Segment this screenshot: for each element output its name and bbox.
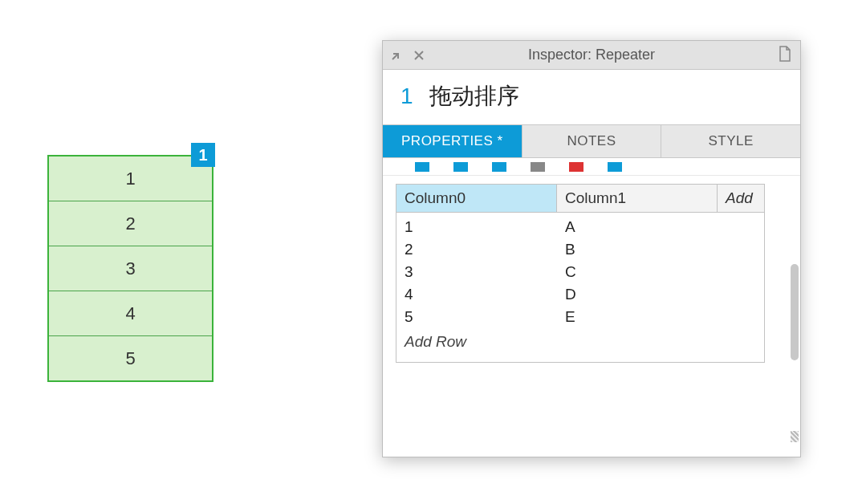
inspector-panel: Inspector: Repeater 1 拖动排序 PROPERTIES * … xyxy=(382,40,801,457)
repeater-dataset-grid[interactable]: Column0 Column1 Add 1 A 2 B 3 C 4 xyxy=(396,184,765,363)
grid-cell[interactable]: 3 xyxy=(396,261,557,283)
repeater-row[interactable]: 1 xyxy=(48,156,213,201)
repeater-row[interactable]: 3 xyxy=(48,246,213,291)
add-row-button[interactable]: Add Row xyxy=(396,328,764,356)
tab-notes[interactable]: NOTES xyxy=(522,125,662,157)
undock-icon[interactable] xyxy=(391,50,402,61)
grid-body: 1 A 2 B 3 C 4 D 5 E A xyxy=(396,213,764,362)
grid-row[interactable]: 1 A xyxy=(396,216,764,238)
grid-cell[interactable]: C xyxy=(557,261,718,283)
grid-row[interactable]: 2 B xyxy=(396,238,764,261)
repeater-row[interactable]: 2 xyxy=(48,201,213,246)
inspector-title: Inspector: Repeater xyxy=(383,47,800,63)
layout-icon[interactable] xyxy=(608,162,622,172)
grid-cell[interactable]: 5 xyxy=(396,306,557,328)
add-column-button[interactable]: Add xyxy=(718,185,764,212)
column-header-0[interactable]: Column0 xyxy=(396,185,557,212)
grid-header: Column0 Column1 Add xyxy=(396,185,764,213)
tab-style[interactable]: STYLE xyxy=(661,125,800,157)
layout-icon[interactable] xyxy=(415,162,429,172)
grid-cell[interactable]: A xyxy=(557,216,718,238)
element-index: 1 xyxy=(401,83,413,109)
layout-icon[interactable] xyxy=(569,162,583,172)
grid-row[interactable]: 4 D xyxy=(396,283,764,306)
close-icon[interactable] xyxy=(413,50,425,61)
vertical-scrollbar[interactable] xyxy=(791,264,799,360)
grid-cell[interactable]: 4 xyxy=(396,283,557,306)
layout-icon[interactable] xyxy=(453,162,468,172)
repeater-widget[interactable]: 1 1 2 3 4 5 xyxy=(48,156,213,381)
grid-cell[interactable]: D xyxy=(557,283,718,306)
document-icon[interactable] xyxy=(778,46,792,62)
inspector-titlebar[interactable]: Inspector: Repeater xyxy=(383,41,800,70)
repeater-row[interactable]: 5 xyxy=(48,335,213,381)
element-name[interactable]: 拖动排序 xyxy=(429,81,519,112)
grid-cell[interactable]: B xyxy=(557,238,718,261)
grid-row[interactable]: 3 C xyxy=(396,261,764,283)
resize-grip-icon[interactable] xyxy=(791,431,799,442)
column-header-1[interactable]: Column1 xyxy=(557,185,718,212)
selection-index-badge: 1 xyxy=(191,143,215,167)
properties-toolbar xyxy=(383,158,800,176)
grid-cell[interactable]: E xyxy=(557,306,718,328)
inspector-header: 1 拖动排序 xyxy=(383,70,800,124)
repeater-row[interactable]: 4 xyxy=(48,291,213,336)
grid-row[interactable]: 5 E xyxy=(396,306,764,328)
layout-icon[interactable] xyxy=(531,162,545,172)
grid-cell[interactable]: 1 xyxy=(396,216,557,238)
layout-icon[interactable] xyxy=(492,162,506,172)
repeater-dataset-area: Column0 Column1 Add 1 A 2 B 3 C 4 xyxy=(383,176,800,457)
tab-properties[interactable]: PROPERTIES * xyxy=(383,125,522,157)
inspector-tabs: PROPERTIES * NOTES STYLE xyxy=(383,124,800,158)
grid-cell[interactable]: 2 xyxy=(396,238,557,261)
